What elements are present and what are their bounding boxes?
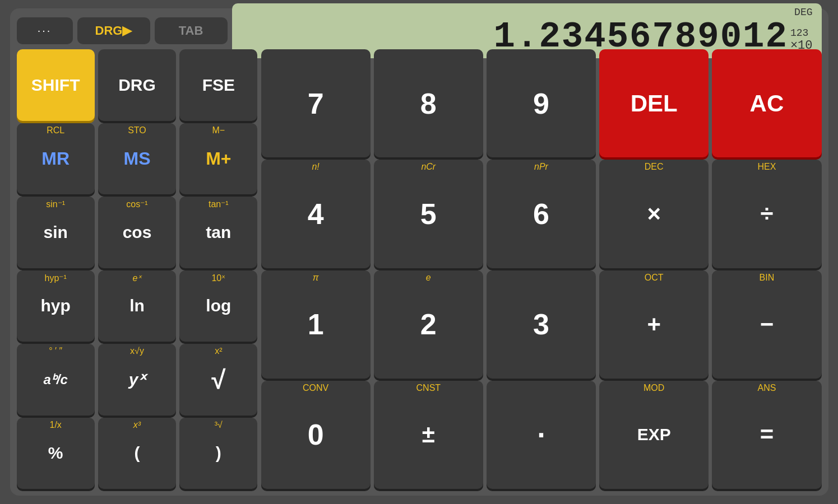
left-row-2: RCL MR STO MS M− M+	[17, 123, 258, 195]
tan-button[interactable]: tan⁻¹ tan	[179, 197, 257, 268]
drg-button[interactable]: DRG	[98, 49, 176, 121]
cos-button[interactable]: cos⁻¹ cos	[98, 197, 176, 268]
btn-1[interactable]: π 1	[261, 270, 371, 379]
display-mode: DEG	[794, 7, 812, 18]
sin-label: sin	[43, 223, 67, 242]
cos-label: cos	[123, 223, 152, 242]
tab-indicator-button[interactable]: TAB	[155, 17, 228, 44]
sin-inv-sublabel: sin⁻¹	[46, 199, 65, 209]
npr-sublabel: nPr	[534, 162, 548, 172]
rcl-sublabel: RCL	[47, 125, 64, 136]
rparen-button[interactable]: ³√ )	[179, 418, 257, 489]
lparen-button[interactable]: x³ (	[98, 418, 176, 489]
btn-4[interactable]: n! 4	[261, 160, 371, 268]
fse-button[interactable]: FSE	[179, 49, 257, 121]
del-button[interactable]: DEL	[599, 49, 709, 157]
right-panel: 7 8 9 DEL AC n! 4	[261, 49, 822, 489]
ln-button[interactable]: eˣ ln	[98, 270, 176, 342]
hex-sublabel: HEX	[757, 162, 776, 172]
btn-8[interactable]: 8	[374, 49, 483, 157]
xrooty-sublabel: x√y	[130, 346, 144, 356]
tan-label: tan	[206, 223, 231, 242]
ncr-sublabel: nCr	[421, 162, 436, 172]
percent-button[interactable]: 1/x %	[17, 418, 95, 489]
label-0: 0	[308, 418, 324, 451]
sto-sublabel: STO	[128, 125, 146, 136]
btn-3[interactable]: 3	[487, 270, 596, 379]
log-label: log	[206, 296, 231, 315]
ans-sublabel: ANS	[757, 383, 776, 393]
mplus-label: M+	[206, 148, 231, 169]
mminus-sublabel: M−	[212, 125, 225, 136]
equals-button[interactable]: ANS =	[712, 381, 821, 489]
tan-inv-sublabel: tan⁻¹	[209, 199, 229, 209]
ex-sublabel: eˣ	[133, 273, 142, 283]
percent-label: %	[48, 444, 63, 463]
shift-label: SHIFT	[31, 76, 80, 95]
exp-button[interactable]: MOD EXP	[599, 381, 709, 489]
btn-9[interactable]: 9	[487, 49, 596, 157]
minus-button[interactable]: BIN −	[712, 270, 821, 379]
btn-7[interactable]: 7	[261, 49, 371, 157]
divide-button[interactable]: HEX ÷	[712, 160, 821, 268]
dots-icon: ···	[38, 24, 52, 37]
cnst-sublabel: CNST	[416, 383, 441, 393]
fse-label: FSE	[202, 76, 235, 95]
abc-button[interactable]: ° ′ ″ aᵇ/c	[17, 344, 95, 416]
top-bar: ··· DRG▶ TAB DEG 1.23456789012 123 ×10	[17, 15, 822, 46]
times-button[interactable]: DEC ×	[599, 160, 709, 268]
drg-label: DRG	[118, 76, 156, 95]
mr-button[interactable]: RCL MR	[17, 123, 95, 195]
plus-label: +	[647, 311, 661, 338]
sqrt-button[interactable]: x² √	[179, 344, 257, 416]
yx-button[interactable]: x√y yˣ	[98, 344, 176, 416]
bin-sublabel: BIN	[760, 273, 775, 283]
plusminus-label: ±	[422, 421, 435, 448]
plusminus-button[interactable]: CNST ±	[374, 381, 483, 489]
onex-sublabel: 1/x	[49, 420, 61, 430]
yx-label: yˣ	[129, 370, 146, 389]
ac-label: AC	[750, 90, 784, 117]
main-body: SHIFT DRG FSE RCL MR STO MS	[17, 49, 822, 489]
cos-inv-sublabel: cos⁻¹	[126, 199, 147, 209]
nfact-sublabel: n!	[312, 162, 319, 172]
btn-0[interactable]: CONV 0	[261, 381, 371, 489]
sqrt-label: √	[211, 365, 225, 395]
abc-label: aᵇ/c	[43, 372, 67, 388]
mod-sublabel: MOD	[643, 383, 664, 393]
mplus-button[interactable]: M− M+	[179, 123, 257, 195]
dot-button[interactable]: ·	[487, 381, 596, 489]
del-label: DEL	[631, 90, 678, 117]
shift-button[interactable]: SHIFT	[17, 49, 95, 121]
cubrt-sublabel: ³√	[215, 420, 223, 430]
label-5: 5	[420, 197, 437, 231]
equals-label: =	[760, 421, 774, 448]
btn-6[interactable]: nPr 6	[487, 160, 596, 268]
log-button[interactable]: 10ˣ log	[179, 270, 257, 342]
left-row-3: sin⁻¹ sin cos⁻¹ cos tan⁻¹ tan	[17, 197, 258, 268]
display-exp-num: 123	[790, 27, 808, 39]
exp-label: EXP	[637, 425, 671, 444]
plus-button[interactable]: OCT +	[599, 270, 709, 379]
right-row-1: 7 8 9 DEL AC	[261, 49, 822, 157]
btn-5[interactable]: nCr 5	[374, 160, 483, 268]
rparen-label: )	[216, 444, 221, 463]
left-panel: SHIFT DRG FSE RCL MR STO MS	[17, 49, 258, 489]
btn-2[interactable]: e 2	[374, 270, 483, 379]
xcube-sublabel: x³	[133, 420, 141, 430]
hyp-label: hyp	[40, 296, 70, 315]
left-row-5: ° ′ ″ aᵇ/c x√y yˣ x² √	[17, 344, 258, 416]
ms-button[interactable]: STO MS	[98, 123, 176, 195]
label-7: 7	[308, 87, 324, 120]
drg-indicator-button[interactable]: DRG▶	[77, 17, 150, 44]
right-row-3: π 1 e 2 3 OCT + BIN −	[261, 270, 822, 379]
ac-button[interactable]: AC	[712, 49, 821, 157]
hyp-button[interactable]: hyp⁻¹ hyp	[17, 270, 95, 342]
menu-button[interactable]: ···	[17, 17, 73, 44]
hyp-inv-sublabel: hyp⁻¹	[45, 273, 67, 283]
label-2: 2	[420, 307, 437, 341]
ln-label: ln	[129, 296, 145, 315]
times-label: ×	[647, 200, 661, 227]
sin-button[interactable]: sin⁻¹ sin	[17, 197, 95, 268]
left-row-6: 1/x % x³ ( ³√ )	[17, 418, 258, 489]
